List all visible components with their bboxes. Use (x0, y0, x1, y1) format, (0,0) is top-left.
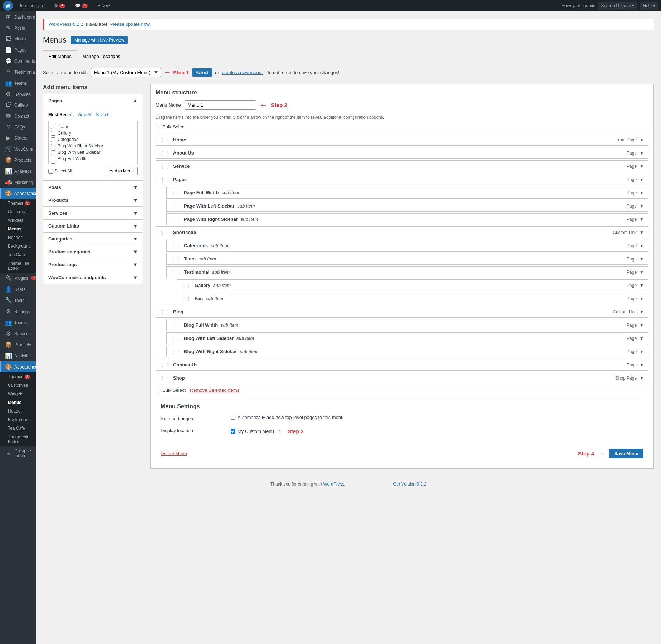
menu-item-expand[interactable]: ▼ (640, 309, 644, 314)
drag-handle[interactable]: ⋮⋮ (171, 203, 180, 209)
topbar-comments[interactable]: 💬 0 (72, 0, 90, 11)
page-check-blog-right[interactable] (51, 144, 55, 148)
bulk-select-checkbox-top[interactable] (156, 125, 160, 129)
display-location-checkbox[interactable] (231, 429, 235, 434)
screen-options-button[interactable]: Screen Options ▾ (598, 2, 637, 10)
product-categories-panel-header[interactable]: Product categories ▼ (43, 245, 143, 258)
sidebar-item-teams[interactable]: 👥 Teams (0, 78, 36, 89)
sidebar-sub2-widgets[interactable]: Widgets (0, 390, 36, 398)
drag-handle[interactable]: ⋮⋮ (171, 216, 180, 222)
menu-item-expand[interactable]: ▼ (640, 336, 644, 341)
update-now-link[interactable]: Please update now. (110, 21, 151, 27)
drag-handle[interactable]: ⋮⋮ (160, 309, 170, 314)
drag-handle[interactable]: ⋮⋮ (160, 137, 170, 142)
drag-handle[interactable]: ⋮⋮ (160, 362, 170, 367)
sidebar-item-users[interactable]: 👤 Users (0, 284, 36, 295)
product-tags-panel-header[interactable]: Product tags ▼ (43, 258, 143, 271)
drag-handle[interactable]: ⋮⋮ (171, 349, 180, 354)
bulk-select-checkbox-bottom[interactable] (156, 388, 160, 392)
wp-footer-link[interactable]: WordPress (323, 482, 344, 487)
sidebar-item-woocommerce[interactable]: 🛒 WooCommerce (0, 143, 36, 155)
sidebar-item-teams2[interactable]: 👥 Teams (0, 317, 36, 328)
sidebar-item-appearance2[interactable]: 🎨 Appearance (0, 361, 36, 372)
sidebar-item-faqs[interactable]: ? FAQs (0, 122, 36, 132)
drag-handle[interactable]: ⋮⋮ (171, 336, 180, 341)
page-check-team[interactable] (51, 125, 55, 129)
topbar-site[interactable]: tea-shop-pro (17, 0, 47, 11)
tab-edit-menus[interactable]: Edit Menus (43, 50, 77, 62)
sidebar-sub-background[interactable]: Background (0, 242, 36, 250)
categories-panel-header[interactable]: Categories ▼ (43, 233, 143, 245)
menu-item-expand[interactable]: ▼ (640, 257, 644, 262)
page-check-gallery[interactable] (51, 131, 55, 136)
page-check-blog-full[interactable] (51, 157, 55, 161)
wp-logo[interactable]: W (3, 1, 13, 11)
sidebar-item-dashboard[interactable]: ⊞ Dashboard (0, 11, 36, 23)
sidebar-item-media[interactable]: 🖼 Media (0, 34, 36, 44)
drag-handle[interactable]: ⋮⋮ (171, 243, 180, 248)
create-new-menu-link[interactable]: create a new menu. (222, 70, 263, 75)
sidebar-sub-menus[interactable]: Menus (0, 225, 36, 233)
select-menu-button[interactable]: Select (192, 68, 212, 77)
sidebar-item-marketing[interactable]: 📣 Marketing (0, 177, 36, 188)
pages-tab-search[interactable]: Search (96, 112, 109, 117)
sidebar-item-comments[interactable]: 💬 Comments (0, 55, 36, 67)
drag-handle[interactable]: ⋮⋮ (160, 150, 170, 156)
sidebar-sub2-themes[interactable]: Themes 3 (0, 372, 36, 381)
sidebar-item-analytics2[interactable]: 📊 Analytics (0, 350, 36, 361)
drag-handle[interactable]: ⋮⋮ (160, 177, 170, 182)
sidebar-item-pages[interactable]: 📄 Pages (0, 44, 36, 55)
sidebar-item-gallery[interactable]: 🖼 Gallery (0, 100, 36, 111)
products-panel-header[interactable]: Products ▼ (43, 194, 143, 206)
select-all-checkbox[interactable] (48, 169, 53, 174)
drag-handle[interactable]: ⋮⋮ (182, 283, 191, 288)
auto-add-checkbox[interactable] (231, 415, 235, 420)
menu-item-expand[interactable]: ▼ (640, 204, 644, 209)
custom-links-panel-header[interactable]: Custom Links ▼ (43, 220, 143, 232)
sidebar-item-services2[interactable]: ⚙ Services (0, 328, 36, 339)
sidebar-item-tools[interactable]: 🔧 Tools (0, 295, 36, 306)
services-panel-header[interactable]: Services ▼ (43, 207, 143, 219)
sidebar-sub2-theme-file-editor[interactable]: Theme File Editor (0, 433, 36, 446)
pages-tab-recent[interactable]: Most Recent (48, 112, 74, 117)
wp-version-link[interactable]: WordPress 6.2.2 (49, 21, 83, 27)
menu-item-expand[interactable]: ▼ (640, 164, 644, 169)
sidebar-item-analytics[interactable]: 📊 Analytics (0, 166, 36, 177)
sidebar-item-products[interactable]: 📦 Products (0, 155, 36, 166)
sidebar-sub-widgets[interactable]: Widgets (0, 216, 36, 225)
sidebar-sub-teacafe[interactable]: Tea Cafe (0, 250, 36, 259)
menu-item-expand[interactable]: ▼ (640, 217, 644, 222)
sidebar-item-sliders[interactable]: ▶ Sliders (0, 132, 36, 143)
sidebar-item-plugins[interactable]: 🔌 Plugins 2 (0, 273, 36, 284)
posts-panel-header[interactable]: Posts ▼ (43, 181, 143, 194)
sidebar-item-posts[interactable]: ✎ Posts (0, 23, 36, 34)
get-version-link[interactable]: Get Version 6.2.2 (393, 482, 426, 487)
sidebar-item-contact[interactable]: ✉ Contact (0, 111, 36, 122)
topbar-updates[interactable]: ⟳ 6 (52, 0, 68, 11)
drag-handle[interactable]: ⋮⋮ (171, 269, 180, 275)
menu-item-expand[interactable]: ▼ (640, 349, 644, 354)
menu-item-expand[interactable]: ▼ (640, 296, 644, 301)
save-menu-button[interactable]: Save Menu (609, 449, 643, 458)
drag-handle[interactable]: ⋮⋮ (160, 230, 170, 235)
drag-handle[interactable]: ⋮⋮ (171, 190, 180, 195)
menu-item-expand[interactable]: ▼ (640, 177, 644, 182)
sidebar-collapse[interactable]: « Collapse menu (0, 446, 36, 460)
sidebar-item-appearance[interactable]: 🎨 Appearance (0, 188, 36, 199)
menu-item-expand[interactable]: ▼ (640, 230, 644, 235)
drag-handle[interactable]: ⋮⋮ (171, 256, 180, 262)
menu-name-input[interactable] (185, 100, 256, 110)
menu-item-expand[interactable]: ▼ (640, 151, 644, 156)
remove-selected-link[interactable]: Remove Selected Items (190, 387, 239, 393)
sidebar-sub2-customize[interactable]: Customize (0, 381, 36, 390)
pages-tab-viewall[interactable]: View All (77, 112, 92, 117)
drag-handle[interactable]: ⋮⋮ (160, 164, 170, 169)
topbar-new[interactable]: + New (95, 0, 113, 11)
pages-panel-header[interactable]: Pages ▲ (43, 94, 143, 107)
page-check-categories[interactable] (51, 137, 55, 142)
drag-handle[interactable]: ⋮⋮ (160, 375, 170, 381)
sidebar-sub-customize[interactable]: Customize (0, 208, 36, 216)
drag-handle[interactable]: ⋮⋮ (171, 322, 180, 328)
live-preview-button[interactable]: Manage with Live Preview (71, 36, 128, 44)
drag-handle[interactable]: ⋮⋮ (182, 296, 191, 301)
